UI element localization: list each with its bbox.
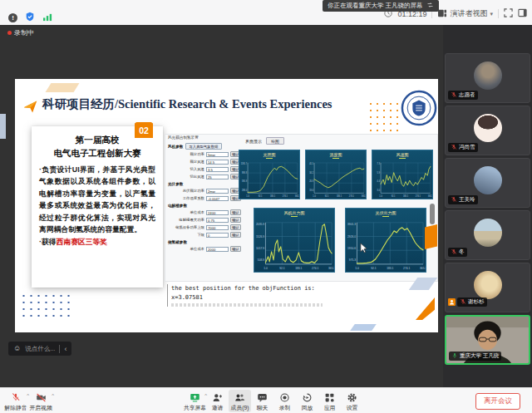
apps-icon bbox=[324, 391, 335, 403]
chevron-up-icon[interactable]: ^ bbox=[52, 393, 54, 398]
card-award-line: ·获得西南赛区三等奖 bbox=[39, 238, 155, 248]
scrollbar-thumb[interactable] bbox=[430, 204, 435, 224]
field-input[interactable]: -0.0047 bbox=[206, 196, 229, 201]
toolbar-members-button[interactable]: 成员(9) bbox=[229, 390, 251, 412]
recording-indicator: 录制中 bbox=[7, 28, 34, 37]
plot-button[interactable]: 绘图 bbox=[266, 137, 284, 145]
svg-text:274.1: 274.1 bbox=[403, 267, 410, 270]
award-prefix: ·获得 bbox=[39, 238, 57, 246]
field-input[interactable]: 14.5 bbox=[206, 160, 229, 165]
bookmark-decoration bbox=[425, 224, 437, 249]
svg-text:1.0: 1.0 bbox=[379, 194, 382, 198]
participant-tile[interactable]: 志愿者 bbox=[445, 53, 530, 103]
svg-text:508.9: 508.9 bbox=[258, 258, 264, 262]
toolbar-button-label: 回放 bbox=[302, 404, 313, 412]
field-input[interactable]: 2400 bbox=[206, 210, 229, 215]
field-label: 额定风速 bbox=[168, 160, 204, 164]
field-input[interactable]: 0.75 bbox=[206, 218, 229, 223]
field-label: 光伏额定功率 bbox=[168, 189, 204, 193]
svg-text:1.0: 1.0 bbox=[264, 267, 268, 270]
svg-text:92.1: 92.1 bbox=[325, 194, 329, 198]
confirm-button[interactable]: 确认 bbox=[230, 224, 241, 230]
toolbar-button-label: 共享屏幕 bbox=[184, 404, 206, 412]
svg-text:183.1: 183.1 bbox=[387, 267, 393, 270]
field-input[interactable]: 3.5 bbox=[206, 167, 229, 172]
svg-text:893.8: 893.8 bbox=[242, 171, 248, 175]
fullscreen-icon[interactable] bbox=[504, 8, 513, 19]
field-input[interactable]: 2000 bbox=[206, 247, 229, 252]
svg-text:365.1: 365.1 bbox=[295, 194, 299, 198]
field-label: 单位成本 bbox=[168, 210, 204, 214]
meeting-info-icon[interactable]: ! bbox=[8, 13, 17, 22]
toolbar-camera-off-button[interactable]: ^开启视频 bbox=[28, 390, 53, 412]
confirm-button[interactable]: 确认 bbox=[230, 232, 241, 238]
switch-screen-icon[interactable] bbox=[426, 2, 434, 10]
confirm-button[interactable]: 确认 bbox=[230, 209, 241, 215]
svg-text:2035.9: 2035.9 bbox=[256, 223, 264, 226]
toolbar-settings-button[interactable]: 设置 bbox=[341, 390, 363, 412]
chat-placeholder[interactable]: 说点什么... bbox=[25, 345, 55, 353]
record-icon bbox=[279, 391, 290, 403]
toolbar-apps-button[interactable]: 应用 bbox=[318, 390, 341, 412]
collapse-chat-icon[interactable]: ‹ bbox=[64, 345, 66, 353]
form-field-row: 单位成本2000确认 bbox=[168, 246, 241, 252]
mini-chart: 光照图1191.7893.8595.9298.01.092.1183.1274.… bbox=[239, 150, 300, 199]
svg-text:1017.9: 1017.9 bbox=[256, 247, 264, 250]
svg-text:365.1: 365.1 bbox=[328, 267, 334, 270]
parallelogram-decoration bbox=[46, 83, 80, 92]
security-shield-icon[interactable] bbox=[25, 10, 35, 25]
view-mode-label: 演讲者视图 bbox=[450, 8, 487, 19]
participant-name: 冬 bbox=[459, 248, 465, 256]
toolbar-share-screen-button[interactable]: ^共享屏幕 bbox=[184, 390, 206, 412]
participant-tile[interactable]: 重庆大学 王凡骁 bbox=[445, 315, 530, 365]
form-section: 光伏参数光伏额定功率2mw确认工作温度系数-0.0047确认 bbox=[168, 182, 241, 201]
toolbar-chat-button[interactable]: 聊天 bbox=[251, 390, 273, 412]
confirm-button[interactable]: 确认 bbox=[230, 217, 241, 223]
field-input[interactable]: 7000 bbox=[206, 225, 229, 230]
invite-icon bbox=[212, 391, 223, 403]
leave-meeting-button[interactable]: 离开会议 bbox=[475, 393, 520, 410]
field-input[interactable]: 0 bbox=[206, 233, 229, 238]
form-field-row: 切出风速25确认 bbox=[168, 174, 241, 179]
svg-text:1.0: 1.0 bbox=[355, 267, 359, 270]
field-label: 储氢设备功率上限 bbox=[168, 225, 204, 229]
participant-name: 志愿者 bbox=[459, 91, 475, 99]
participant-tile[interactable]: 冯尚雪 bbox=[445, 106, 530, 155]
participant-tile[interactable]: 冬 bbox=[445, 210, 530, 260]
mini-chart: 风速图7.35.94.43.01.092.1183.1274.1365.1 bbox=[372, 150, 433, 199]
form-section-title: 储氢罐参数 bbox=[168, 240, 187, 244]
field-label: 切入风速 bbox=[168, 167, 204, 171]
emoji-icon[interactable]: ☺ bbox=[13, 345, 21, 352]
participant-name: 冯尚雪 bbox=[459, 144, 475, 151]
svg-text:1.0: 1.0 bbox=[313, 194, 316, 198]
participant-name-pill: 王美玲 bbox=[448, 195, 478, 204]
field-label: 单位成本 bbox=[168, 247, 204, 251]
toolbar-button-label: 成员(9) bbox=[231, 404, 249, 412]
record-dot-icon bbox=[7, 31, 12, 35]
svg-text:19.6: 19.6 bbox=[309, 189, 313, 192]
chart-title: 风机出力图 bbox=[254, 210, 334, 215]
mic-off-icon bbox=[451, 196, 457, 204]
chat-input-bar[interactable]: ☺ 说点什么... ‹ bbox=[8, 342, 71, 356]
toolbar-record-button[interactable]: 录制 bbox=[273, 390, 296, 412]
view-mode-button[interactable]: 演讲者视图 ▾ bbox=[437, 8, 493, 19]
toolbar-mic-off-button[interactable]: ^解除静音 bbox=[3, 390, 28, 412]
toolbar-invite-button[interactable]: 邀请 bbox=[206, 390, 229, 412]
participant-tile[interactable]: 谢杉杉 bbox=[445, 263, 530, 312]
app-panel-title: 风光耦合制氢装置 bbox=[168, 135, 199, 140]
form-field-row: 电解槽最大功率0.75确认 bbox=[168, 217, 241, 223]
svg-text:3.0: 3.0 bbox=[377, 189, 381, 192]
field-input[interactable]: 2mw bbox=[206, 189, 229, 194]
slide-title: 科研项目经历/Scientific Research & Events Expe… bbox=[42, 96, 332, 112]
host-badge-icon bbox=[448, 294, 456, 309]
toolbar-replay-button[interactable]: 回放 bbox=[296, 390, 318, 412]
side-panel-toggle-icon[interactable] bbox=[518, 8, 527, 19]
confirm-button[interactable]: 确认 bbox=[230, 246, 241, 252]
svg-text:365.1: 365.1 bbox=[428, 194, 432, 198]
field-input[interactable]: 25 bbox=[206, 175, 229, 179]
form-field-row: 光伏额定功率2mw确认 bbox=[168, 188, 241, 194]
field-input[interactable]: 5mw bbox=[206, 152, 229, 157]
participant-tile[interactable]: 王美玲 bbox=[445, 158, 530, 208]
import-data-button[interactable]: 导入典型气象数据 bbox=[185, 143, 221, 150]
participant-name-pill: 重庆大学 王凡骁 bbox=[449, 352, 501, 361]
